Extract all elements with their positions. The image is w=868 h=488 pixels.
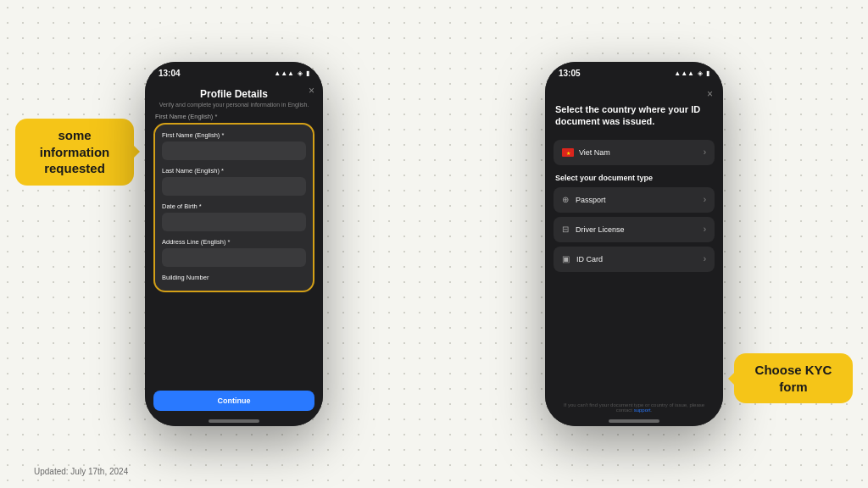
field-label-dob: Date of Birth * (162, 202, 306, 210)
callout-left: some information requested (15, 119, 134, 186)
passport-icon: ⊕ (562, 195, 569, 204)
phone-2-screen: 13:05 ▲▲▲ ◈ ▮ × Select the country where… (545, 62, 723, 426)
p2-header: × Select the country where your ID docum… (545, 85, 723, 140)
country-chevron: › (704, 147, 706, 157)
continue-label: Continue (218, 396, 251, 405)
phone2-content: × Select the country where your ID docum… (545, 81, 723, 426)
battery-icon: ▮ (306, 69, 309, 77)
field-hint: First Name (English) * (153, 113, 314, 120)
field-label-building: Building Number (162, 274, 306, 281)
address-input[interactable] (162, 248, 306, 267)
idcard-left: ▣ ID Card (562, 254, 603, 263)
phone1-content: × Profile Details Verify and complete yo… (145, 81, 323, 426)
page-wrapper: some information requested 13:04 ▲▲▲ ◈ ▮… (0, 0, 868, 488)
driver-chevron: › (704, 225, 706, 234)
phone-1-screen: 13:04 ▲▲▲ ◈ ▮ × Profile Details Verify a… (145, 62, 323, 426)
signal-icon-2: ▲▲▲ (674, 69, 694, 77)
country-left: Viet Nam (562, 148, 610, 157)
close-button-2[interactable]: × (555, 88, 713, 100)
profile-title: Profile Details (155, 88, 313, 100)
wifi-icon: ◈ (298, 69, 303, 77)
dob-input[interactable] (162, 213, 306, 231)
callout-left-text: some information requested (40, 128, 110, 175)
profile-subtitle: Verify and complete your personal inform… (155, 102, 313, 108)
id-card-icon: ▣ (562, 254, 570, 263)
battery-icon-2: ▮ (706, 69, 709, 77)
p2-footer: If you can't find your document type or … (545, 397, 723, 416)
close-button-1[interactable]: × (309, 85, 314, 97)
callout-right: Choose KYC form (734, 353, 853, 403)
status-time-2: 13:05 (559, 69, 581, 78)
support-link[interactable]: support (634, 408, 651, 413)
country-select-title: Select the country where your ID documen… (555, 103, 713, 128)
driver-left: ⊟ Driver License (562, 225, 625, 234)
signal-icon: ▲▲▲ (274, 69, 294, 77)
doc-option-driver-license[interactable]: ⊟ Driver License › (554, 217, 715, 242)
passport-chevron: › (704, 195, 706, 204)
profile-header: × Profile Details Verify and complete yo… (145, 85, 323, 113)
callout-right-text: Choose KYC form (755, 363, 832, 394)
status-icons-1: ▲▲▲ ◈ ▮ (274, 69, 309, 77)
driver-license-name: Driver License (576, 225, 625, 234)
footer-date: Updated: July 17th, 2024 (34, 467, 128, 476)
phone-2: 13:05 ▲▲▲ ◈ ▮ × Select the country where… (545, 62, 723, 426)
doc-option-passport[interactable]: ⊕ Passport › (554, 187, 715, 213)
field-label-firstname: First Name (English) * (162, 131, 306, 139)
country-row[interactable]: Viet Nam › (554, 140, 715, 165)
firstname-input[interactable] (162, 141, 306, 160)
vietnam-flag (562, 148, 574, 157)
field-label-lastname: Last Name (English) * (162, 167, 306, 175)
status-icons-2: ▲▲▲ ◈ ▮ (674, 69, 709, 77)
home-indicator-2 (609, 419, 659, 423)
form-scroll: First Name (English) * First Name (Engli… (145, 113, 323, 385)
status-bar-1: 13:04 ▲▲▲ ◈ ▮ (145, 62, 323, 81)
lastname-input[interactable] (162, 177, 306, 196)
passport-left: ⊕ Passport (562, 195, 606, 204)
continue-button[interactable]: Continue (153, 391, 314, 411)
country-name: Viet Nam (579, 148, 610, 157)
status-time-1: 13:04 (159, 69, 181, 78)
doc-type-label: Select your document type (545, 174, 723, 182)
idcard-chevron: › (704, 254, 706, 263)
id-card-name: ID Card (576, 255, 603, 263)
status-bar-2: 13:05 ▲▲▲ ◈ ▮ (545, 62, 723, 81)
passport-name: Passport (576, 196, 606, 204)
page-footer: Updated: July 17th, 2024 (34, 467, 128, 476)
phone-1: 13:04 ▲▲▲ ◈ ▮ × Profile Details Verify a… (145, 62, 323, 426)
doc-option-id-card[interactable]: ▣ ID Card › (554, 247, 715, 272)
wifi-icon-2: ◈ (698, 69, 703, 77)
home-indicator-1 (209, 419, 259, 423)
field-label-address: Address Line (English) * (162, 238, 306, 246)
driver-license-icon: ⊟ (562, 225, 569, 234)
highlighted-form: First Name (English) * Last Name (Englis… (153, 123, 314, 292)
